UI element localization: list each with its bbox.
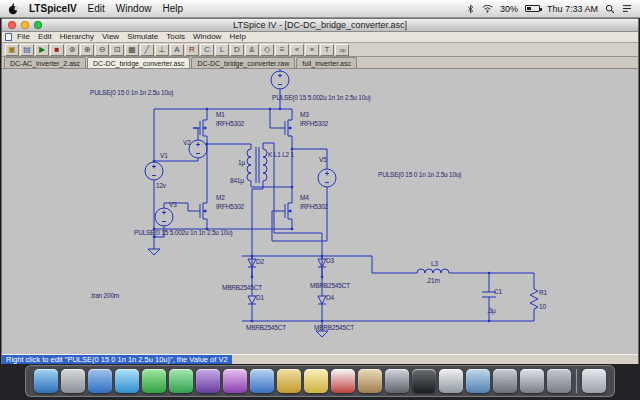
schematic-label[interactable]: 12v [156,182,166,189]
schematic-label[interactable]: V2 [183,139,191,146]
schematic-label[interactable]: IRFH5302 [300,120,328,127]
menu-simulate[interactable]: Simulate [127,32,158,42]
ground-symbol[interactable] [148,249,160,255]
battery-icon[interactable] [525,5,540,12]
transformer-secondary-coil[interactable] [263,149,267,181]
schematic-label[interactable]: V3 [169,201,177,208]
resistor-icon[interactable]: R [185,44,199,56]
menubar-clock[interactable]: Thu 7:33 AM [547,4,598,14]
schematic-label[interactable]: C1 [494,288,502,295]
diode-D4[interactable] [318,293,326,309]
directive-icon[interactable]: .op [335,44,349,56]
inductor-L3[interactable] [417,269,449,273]
mosfet-M2[interactable] [193,198,207,224]
menu-file[interactable]: File [17,32,30,42]
dock-icon-terminal[interactable] [412,369,436,393]
schematic-label[interactable]: D1 [256,294,264,301]
dock-icon-safari[interactable] [115,369,139,393]
zoom-button[interactable] [34,21,42,29]
close-button[interactable] [8,21,16,29]
dock-icon-launchpad[interactable] [61,369,85,393]
undo-icon[interactable]: « [290,44,304,56]
schematic-label[interactable]: MBRB2545CT [222,284,262,291]
source-V2[interactable] [189,140,207,158]
mosfet-M1[interactable] [193,115,207,141]
zoom-in-icon[interactable]: ⊕ [80,44,94,56]
mosfet-M4[interactable] [278,198,292,224]
menu-tools[interactable]: Tools [166,32,185,42]
label-icon[interactable]: A [170,44,184,56]
source-V4[interactable] [271,71,289,89]
schematic-label[interactable]: MBRB2545CT [246,324,286,331]
dock-icon-calculator[interactable] [385,369,409,393]
schematic-label[interactable]: IRFH5302 [216,120,244,127]
mosfet-M3[interactable] [278,115,292,141]
ground-symbol[interactable] [316,331,328,337]
dock-icon-facetime[interactable] [169,369,193,393]
dock-icon-textedit[interactable] [439,369,463,393]
dock-icon-calendar[interactable] [331,369,355,393]
notification-center-icon[interactable] [622,4,632,13]
schematic-label[interactable]: V5 [319,156,327,163]
schematic-label[interactable]: 841µ [230,177,244,184]
menu-view[interactable]: View [102,32,119,42]
menu-help[interactable]: Help [229,32,245,42]
dock-icon-app-store[interactable] [250,369,274,393]
schematic-label[interactable]: L3 [431,260,438,267]
bluetooth-icon[interactable] [466,4,475,14]
zoom-full-icon[interactable]: ⊡ [110,44,124,56]
schematic-label[interactable]: PULSE(0 15 0 1n 1n 2.5u 10u) [378,171,461,178]
inductor-icon[interactable]: L [215,44,229,56]
drag-icon[interactable]: ≡ [275,44,289,56]
schematic-label[interactable]: 10 [539,303,546,310]
wifi-icon[interactable] [482,4,493,13]
minimize-button[interactable] [21,21,29,29]
dock-icon-finder[interactable] [34,369,58,393]
schematic-label[interactable]: M2 [216,194,225,201]
schematic-label[interactable]: D4 [326,294,334,301]
source-V5[interactable] [318,169,336,187]
diode-D1[interactable] [248,293,256,309]
text-icon[interactable]: T [320,44,334,56]
redo-icon[interactable]: » [305,44,319,56]
transformer-primary-coil[interactable] [247,149,251,181]
schematic-label[interactable]: .3µ [487,307,496,314]
schematic-label[interactable]: K L1 L2 1 [268,151,294,158]
move-icon[interactable]: ◇ [260,44,274,56]
schematic-label[interactable]: IRFH5302 [216,203,244,210]
dock-icon-preview[interactable] [466,369,490,393]
schematic-label[interactable]: M4 [300,194,309,201]
dock-icon-messages[interactable] [142,369,166,393]
schematic-label[interactable]: M1 [216,111,225,118]
dock-icon-contacts[interactable] [358,369,382,393]
dock-icon-itunes[interactable] [223,369,247,393]
ground-icon[interactable]: ⊥ [155,44,169,56]
run-icon[interactable]: ▶ [35,44,49,56]
schematic-canvas[interactable]: PULSE(0 15 0 1n 1n 2.5u 10u)V4PULSE(0 15… [2,69,638,354]
component-icon[interactable]: & [245,44,259,56]
source-V1[interactable] [145,162,163,180]
wire-icon[interactable]: ╱ [140,44,154,56]
schematic-label[interactable]: MBRB2545CT [310,282,350,289]
menubar-item-window[interactable]: Window [116,3,152,14]
schematic-label[interactable]: V4 [287,69,295,70]
dock-icon-maps[interactable] [277,369,301,393]
apple-icon[interactable] [8,3,19,15]
schematic-label[interactable]: PULSE(0 15 5.002u 1n 1n 2.5u 10u) [272,94,371,101]
schematic-label[interactable]: PULSE(0 15 0 1n 1n 2.5u 10u) [90,89,173,96]
save-icon[interactable]: ▤ [20,44,34,56]
schematic-label[interactable]: 1µ [238,159,245,166]
zoom-out-icon[interactable]: ⊖ [95,44,109,56]
source-V3[interactable] [155,208,173,226]
capacitor-icon[interactable]: C [200,44,214,56]
schematic-label[interactable]: M3 [300,111,309,118]
tab-dc-dc-bridge-converter-raw[interactable]: DC-DC_bridge_converter.raw [191,57,295,68]
tab-dc-ac-inverter-2-asc[interactable]: DC-AC_inverter_2.asc [4,57,86,68]
schematic-wires[interactable] [154,69,538,331]
dock-icon-downloads[interactable] [547,369,571,393]
spotlight-icon[interactable] [605,4,615,14]
dock-icon-notes[interactable] [304,369,328,393]
schematic-label[interactable]: .21m [426,277,440,284]
dock-icon-trash[interactable] [582,369,606,393]
diode-icon[interactable]: D [230,44,244,56]
